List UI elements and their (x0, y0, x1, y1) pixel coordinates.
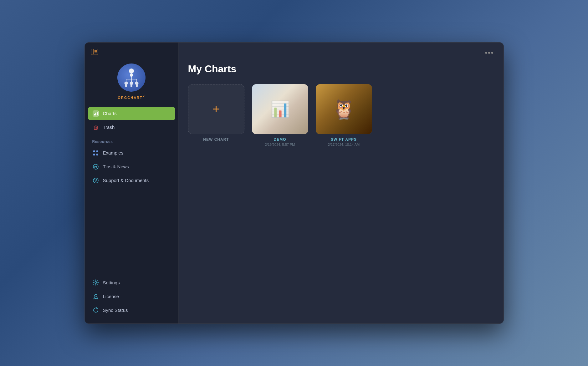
svg-rect-29 (93, 154, 95, 155)
svg-point-37 (95, 282, 97, 283)
sidebar-item-license[interactable]: License (88, 290, 175, 303)
new-chart-label: NEW CHART (203, 137, 229, 142)
demo-chart-thumbnail (252, 84, 308, 134)
svg-rect-28 (96, 150, 98, 152)
resources-nav: Examples Tips & News (85, 146, 178, 188)
svg-rect-14 (130, 85, 132, 87)
svg-rect-19 (94, 114, 95, 115)
svg-rect-22 (94, 126, 97, 130)
swift-apps-chart-date: 2/17/2024, 10:14 AM (328, 143, 360, 146)
demo-chart-date: 2/19/2024, 5:57 PM (265, 143, 295, 146)
swift-apps-chart-card[interactable]: SWIFT APPS 2/17/2024, 10:14 AM (316, 84, 372, 146)
sidebar-spacer (85, 188, 178, 276)
swift-apps-chart-image (316, 84, 372, 134)
sidebar: ORGCHARTX Charts (85, 43, 179, 323)
svg-rect-21 (97, 112, 98, 115)
sidebar-header (85, 43, 178, 57)
sidebar-toggle-icon[interactable] (90, 48, 99, 57)
license-icon (92, 293, 99, 300)
plus-icon: + (212, 103, 220, 116)
sidebar-item-sync[interactable]: Sync Status (88, 303, 175, 317)
swift-apps-chart-thumbnail (316, 84, 372, 134)
charts-grid: + NEW CHART DEMO 2/19/2024, 5:57 PM SWIF… (179, 84, 504, 146)
sidebar-item-examples[interactable]: Examples (88, 146, 175, 160)
support-icon (92, 177, 99, 184)
svg-point-32 (94, 166, 95, 166)
chat-icon (92, 163, 99, 170)
charts-icon (92, 110, 99, 117)
sidebar-item-tips[interactable]: Tips & News (88, 160, 175, 173)
svg-point-10 (125, 82, 128, 85)
sidebar-bottom-nav: Settings License (85, 276, 178, 323)
logo-avatar (117, 64, 146, 92)
app-window: ORGCHARTX Charts (84, 42, 504, 324)
svg-point-13 (130, 82, 133, 85)
demo-chart-card[interactable]: DEMO 2/19/2024, 5:57 PM (252, 84, 308, 146)
svg-point-38 (95, 294, 97, 297)
swift-apps-chart-label: SWIFT APPS (331, 137, 357, 142)
new-chart-thumbnail: + (188, 84, 244, 134)
sidebar-item-charts[interactable]: Charts (88, 107, 175, 120)
page-title: My Charts (179, 60, 504, 84)
trash-icon (92, 124, 99, 131)
logo-section: ORGCHARTX (85, 57, 178, 107)
grid-icon (92, 150, 99, 156)
sidebar-item-settings[interactable]: Settings (88, 276, 175, 289)
svg-rect-17 (136, 85, 138, 87)
logo-text: ORGCHARTX (118, 95, 145, 99)
svg-rect-20 (95, 113, 96, 115)
settings-icon (92, 279, 99, 286)
svg-rect-11 (125, 85, 127, 87)
svg-point-33 (95, 166, 96, 166)
demo-chart-image (252, 84, 308, 134)
svg-rect-6 (130, 74, 133, 77)
svg-rect-30 (96, 154, 98, 155)
demo-chart-label: DEMO (274, 137, 286, 142)
main-header: ••• (179, 43, 504, 60)
svg-point-34 (96, 166, 97, 166)
resources-label: Resources (85, 135, 178, 146)
main-content: ••• My Charts + NEW CHART DEMO 2/19/2024… (179, 43, 504, 323)
primary-nav: Charts Trash (85, 107, 178, 135)
svg-point-36 (95, 181, 96, 182)
svg-point-16 (135, 82, 139, 85)
sync-icon (92, 307, 99, 313)
svg-rect-27 (93, 150, 95, 152)
svg-point-5 (129, 69, 134, 74)
more-options-button[interactable]: ••• (485, 49, 494, 57)
sidebar-item-trash[interactable]: Trash (88, 121, 175, 134)
new-chart-card[interactable]: + NEW CHART (188, 84, 244, 146)
sidebar-item-support[interactable]: Support & Documents (88, 174, 175, 187)
